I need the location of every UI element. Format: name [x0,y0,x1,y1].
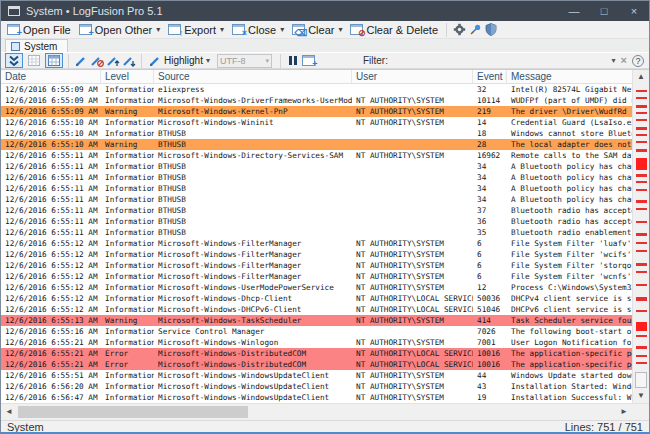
grid-header-toggle[interactable] [45,53,63,68]
cell-message: A Bluetooth policy has chang [507,172,632,183]
settings-gear-icon[interactable] [451,23,467,37]
table-row[interactable]: 12/6/2016 6:55:10 AM Information Microso… [1,117,632,128]
scroll-up-icon[interactable]: ▲ [633,70,649,84]
shield-icon[interactable] [483,23,499,37]
filter-results-tab-icon[interactable]: + [301,54,317,68]
clear-label: Clear [308,24,334,36]
table-row[interactable]: 12/6/2016 6:55:11 AM Information BTHUSB … [1,183,632,194]
cell-date: 12/6/2016 6:55:10 AM [1,128,101,139]
cell-message: The local adapter does not s [507,139,632,150]
cell-source: BTHUSB [154,139,352,150]
close-button[interactable]: × [619,1,649,21]
vertical-scrollbar[interactable]: ▲ ▼ [632,70,649,403]
tab-system-label: System [24,41,57,52]
table-row[interactable]: 12/6/2016 6:55:12 AM Information Microso… [1,282,632,293]
table-row[interactable]: 12/6/2016 6:55:09 AM Warning Microsoft-W… [1,106,632,117]
cell-message: File System Filter 'storqos [507,260,632,271]
scroll-left-icon[interactable]: ◄ [1,405,17,419]
cell-user [352,216,473,227]
horizontal-scrollbar[interactable]: ◄ ► [1,404,632,420]
cell-event-id: 414 [473,315,507,326]
open-other-button[interactable]: + Open Other ▾ [75,23,165,37]
table-row[interactable]: 12/6/2016 6:55:09 AM Information Microso… [1,95,632,106]
cell-level: Information [101,128,154,139]
cell-level: Information [101,392,154,403]
filter-history-dropdown[interactable]: ▾ [612,56,616,65]
table-row[interactable]: 12/6/2016 6:55:11 AM Information BTHUSB … [1,216,632,227]
scrollbar-highlight-mark [636,127,647,130]
close-log-button[interactable]: × Close ▾ [228,23,288,37]
scroll-right-icon[interactable]: ► [616,405,632,419]
remove-highlight-icon[interactable] [89,54,105,68]
export-button[interactable]: ↑ Export ▾ [164,23,228,37]
table-row[interactable]: 12/6/2016 6:55:11 AM Information BTHUSB … [1,205,632,216]
table-row[interactable]: 12/6/2016 6:55:09 AM Information e1iexpr… [1,84,632,95]
cell-user: NT AUTHORITY\LOCAL SERVICE [352,359,473,370]
pin-icon[interactable] [467,23,483,37]
cell-level: Information [101,194,154,205]
tab-system[interactable]: System [5,39,68,52]
filter-input[interactable] [388,54,612,67]
pause-button[interactable] [285,54,301,68]
table-row[interactable]: 12/6/2016 6:55:12 AM Information Microso… [1,271,632,282]
cell-user: NT AUTHORITY\SYSTEM [352,381,473,392]
table-row[interactable]: 12/6/2016 6:55:12 AM Information Microso… [1,249,632,260]
cell-level: Information [101,282,154,293]
cell-user [352,326,473,337]
cell-source: Microsoft-Windows-FilterManager [154,271,352,282]
table-row[interactable]: 12/6/2016 6:55:12 AM Information Microso… [1,260,632,271]
chevron-down-icon: ▾ [265,57,269,65]
cell-event-id: 35 [473,227,507,238]
cell-date: 12/6/2016 6:55:13 AM [1,315,101,326]
cell-user [352,84,473,95]
highlight-pen-icon[interactable] [73,54,89,68]
clear-delete-button[interactable]: ⊘ Clear & Delete [346,23,442,37]
horizontal-scrollbar-row: ◄ ► [1,403,649,420]
minimize-button[interactable]: — [559,1,589,21]
table-row[interactable]: 12/6/2016 6:55:10 AM Warning BTHUSB 28 T… [1,139,632,150]
table-row[interactable]: 12/6/2016 6:55:12 AM Information Microso… [1,304,632,315]
horizontal-scroll-thumb[interactable] [18,406,248,418]
table-row[interactable]: 12/6/2016 6:55:11 AM Information BTHUSB … [1,172,632,183]
table-row[interactable]: 12/6/2016 6:55:11 AM Information BTHUSB … [1,161,632,172]
open-file-button[interactable]: + Open File [3,23,75,37]
clear-button[interactable]: ⌫ Clear ▾ [288,23,346,37]
help-icon[interactable]: ? [632,55,644,67]
table-row[interactable]: 12/6/2016 6:55:16 AM Information Service… [1,326,632,337]
table-row[interactable]: 12/6/2016 6:55:12 AM Information Microso… [1,238,632,249]
table-row[interactable]: 12/6/2016 6:55:12 AM Information Microso… [1,293,632,304]
cell-level: Warning [101,315,154,326]
clear-filter-icon[interactable]: × [621,55,627,66]
table-row[interactable]: 12/6/2016 6:55:11 AM Information Microso… [1,150,632,161]
grid-plain-icon[interactable] [25,53,43,68]
column-header-date[interactable]: Date [1,70,101,83]
highlight-menu-button[interactable]: Highlight ▾ [146,55,213,67]
scroll-down-icon[interactable]: ▼ [633,389,649,403]
table-row[interactable]: 12/6/2016 6:55:10 AM Information BTHUSB … [1,128,632,139]
maximize-button[interactable]: □ [589,1,619,21]
table-row[interactable]: 12/6/2016 6:55:21 AM Error Microsoft-Win… [1,359,632,370]
column-header-user[interactable]: User [352,70,473,83]
cell-source: Microsoft-Windows-WindowsUpdateClient [154,370,352,381]
table-row[interactable]: 12/6/2016 6:55:11 AM Information BTHUSB … [1,227,632,238]
column-header-message[interactable]: Message [507,70,632,83]
previous-highlight-icon[interactable] [121,54,137,68]
table-row[interactable]: 12/6/2016 6:55:21 AM Error Microsoft-Win… [1,348,632,359]
table-row[interactable]: 12/6/2016 6:55:13 AM Warning Microsoft-W… [1,315,632,326]
next-highlight-icon[interactable] [105,54,121,68]
vertical-scroll-thumb[interactable] [635,372,647,388]
autoscroll-toggle[interactable] [5,53,23,68]
column-header-source[interactable]: Source [154,70,352,83]
column-header-eventid[interactable]: Event ID [473,70,507,83]
cell-user: NT AUTHORITY\LOCAL SERVICE [352,293,473,304]
cell-event-id: 36 [473,216,507,227]
scrollbar-highlight-mark [636,346,647,349]
cell-message: A Bluetooth policy has chang [507,161,632,172]
table-row[interactable]: 12/6/2016 6:56:20 AM Information Microso… [1,381,632,392]
encoding-select[interactable]: UTF-8 ▾ [217,54,272,68]
table-row[interactable]: 12/6/2016 6:55:11 AM Information BTHUSB … [1,194,632,205]
column-header-level[interactable]: Level [101,70,154,83]
table-row[interactable]: 12/6/2016 6:56:47 AM Information Microso… [1,392,632,403]
table-row[interactable]: 12/6/2016 6:55:21 AM Information Microso… [1,337,632,348]
table-row[interactable]: 12/6/2016 6:55:51 AM Information Microso… [1,370,632,381]
